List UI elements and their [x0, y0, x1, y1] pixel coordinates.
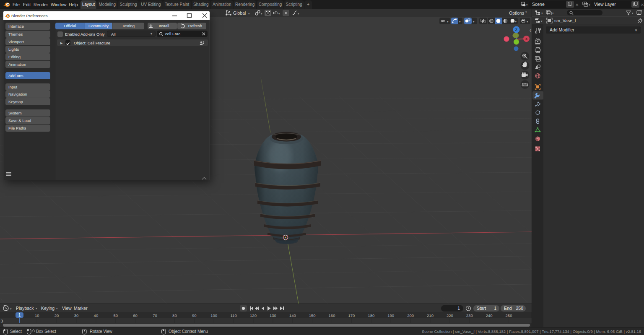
svg-text:▾: ▾	[10, 307, 12, 310]
svg-text:▾: ▾	[527, 20, 528, 23]
svg-text:▾: ▾	[473, 20, 475, 23]
svg-text:1: 1	[494, 306, 496, 311]
svg-text:Scene: Scene	[532, 2, 545, 7]
svg-text:▾: ▾	[459, 20, 461, 23]
svg-text:View Layer: View Layer	[594, 2, 616, 7]
svg-text:Marker: Marker	[74, 306, 88, 311]
svg-text:✕: ✕	[641, 3, 644, 7]
svg-text:▾: ▾	[298, 12, 299, 15]
svg-text:▾: ▾	[541, 20, 543, 23]
svg-text:1: 1	[457, 306, 460, 311]
svg-text:View: View	[62, 306, 72, 311]
svg-text:Global: Global	[233, 10, 246, 16]
svg-text:▾: ▾	[589, 3, 590, 6]
svg-text:X: X	[525, 37, 527, 41]
svg-text:▾: ▾	[526, 3, 528, 6]
svg-text:▾: ▾	[552, 12, 554, 15]
svg-text:Keying: Keying	[41, 306, 55, 311]
svg-text:▾: ▾	[56, 307, 58, 310]
svg-text:Playback: Playback	[16, 306, 34, 311]
svg-text:▾: ▾	[261, 12, 262, 15]
svg-text:Z: Z	[515, 28, 518, 32]
svg-text:▾: ▾	[541, 12, 543, 15]
svg-text:Start: Start	[477, 306, 486, 311]
svg-text:▾: ▾	[447, 20, 449, 23]
svg-text:250: 250	[516, 306, 523, 311]
svg-text:▾: ▾	[632, 12, 634, 15]
svg-text:✕: ✕	[575, 3, 579, 7]
svg-text:▾: ▾	[515, 20, 517, 23]
svg-text:End: End	[504, 306, 512, 311]
svg-text:❯: ❯	[1, 319, 4, 323]
svg-text:▾: ▾	[36, 307, 37, 310]
svg-text:▾: ▾	[278, 12, 280, 15]
svg-text:▾: ▾	[248, 12, 250, 15]
svg-text:sm_Vase_f: sm_Vase_f	[554, 18, 576, 23]
